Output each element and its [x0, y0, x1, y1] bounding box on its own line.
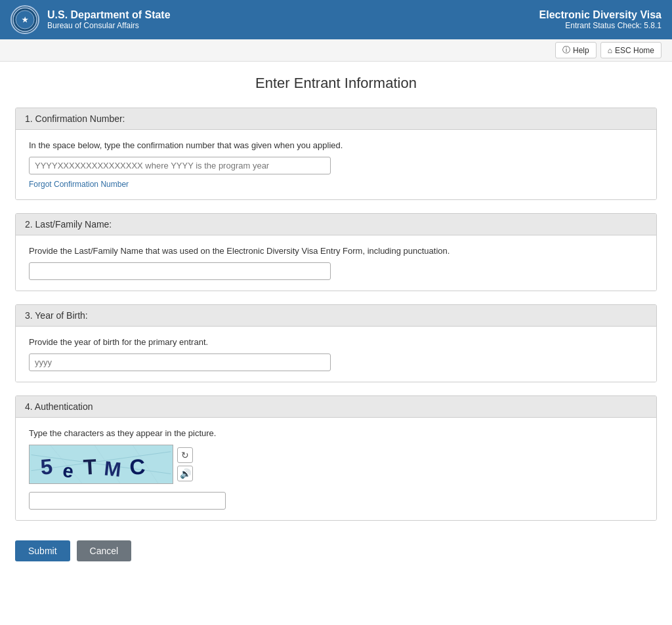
section-year-of-birth: 3. Year of Birth: Provide the year of bi…: [15, 304, 657, 382]
last-name-desc: Provide the Last/Family Name that was us…: [29, 246, 643, 256]
org-title: U.S. Department of State: [47, 9, 171, 21]
captcha-desc: Type the characters as they appear in th…: [29, 428, 643, 438]
svg-text:T: T: [83, 454, 97, 479]
page-title: Enter Entrant Information: [15, 75, 657, 92]
audio-icon: 🔊: [180, 468, 191, 479]
captcha-audio-button[interactable]: 🔊: [177, 466, 193, 481]
section-last-name-header: 2. Last/Family Name:: [16, 214, 656, 235]
button-bar: Submit Cancel: [15, 534, 657, 575]
section-last-name-body: Provide the Last/Family Name that was us…: [16, 235, 656, 291]
submit-button[interactable]: Submit: [15, 540, 70, 561]
navbar: ⓘ Help ⌂ ESC Home: [0, 39, 672, 62]
year-of-birth-input[interactable]: [29, 353, 331, 371]
esc-home-label: ESC Home: [615, 46, 654, 55]
section-year-of-birth-header: 3. Year of Birth:: [16, 305, 656, 327]
captcha-container: 5 e T M C ↻ 🔊: [29, 445, 643, 484]
captcha-input[interactable]: [29, 492, 226, 510]
section-year-of-birth-body: Provide the year of birth for the primar…: [16, 327, 656, 382]
home-icon: ⌂: [608, 46, 612, 55]
forgot-confirmation-link[interactable]: Forgot Confirmation Number: [29, 180, 129, 189]
section-authentication-body: Type the characters as they appear in th…: [16, 418, 656, 520]
section-authentication-header: 4. Authentication: [16, 396, 656, 418]
header-left: ★ U.S. Department of State Bureau of Con…: [10, 5, 171, 34]
department-seal: ★: [10, 5, 39, 34]
last-name-input[interactable]: [29, 262, 331, 280]
captcha-image: 5 e T M C: [29, 445, 173, 484]
main-content: Enter Entrant Information 1. Confirmatio…: [5, 62, 667, 588]
help-label: Help: [573, 46, 589, 55]
app-title: Electronic Diversity Visa: [539, 9, 662, 21]
svg-text:C: C: [129, 454, 146, 480]
svg-text:★: ★: [22, 16, 29, 24]
section-confirmation-body: In the space below, type the confirmatio…: [16, 130, 656, 199]
section-confirmation-header: 1. Confirmation Number:: [16, 108, 656, 130]
captcha-refresh-button[interactable]: ↻: [177, 447, 193, 463]
help-button[interactable]: ⓘ Help: [555, 42, 597, 58]
svg-text:M: M: [103, 456, 122, 481]
refresh-icon: ↻: [181, 450, 189, 460]
app-subtitle: Entrant Status Check: 5.8.1: [539, 21, 662, 30]
year-of-birth-desc: Provide the year of birth for the primar…: [29, 337, 643, 347]
confirmation-number-input[interactable]: [29, 157, 331, 174]
cancel-button[interactable]: Cancel: [77, 540, 132, 561]
confirmation-desc: In the space below, type the confirmatio…: [29, 140, 643, 150]
svg-text:5: 5: [39, 454, 53, 479]
site-header: ★ U.S. Department of State Bureau of Con…: [0, 0, 672, 39]
help-icon: ⓘ: [562, 45, 570, 56]
org-subtitle: Bureau of Consular Affairs: [47, 21, 171, 30]
captcha-controls: ↻ 🔊: [177, 447, 193, 481]
header-org-info: U.S. Department of State Bureau of Consu…: [47, 9, 171, 31]
section-authentication: 4. Authentication Type the characters as…: [15, 395, 657, 521]
section-last-name: 2. Last/Family Name: Provide the Last/Fa…: [15, 213, 657, 291]
esc-home-button[interactable]: ⌂ ESC Home: [600, 42, 662, 58]
header-right: Electronic Diversity Visa Entrant Status…: [539, 9, 662, 30]
section-confirmation: 1. Confirmation Number: In the space bel…: [15, 108, 657, 200]
